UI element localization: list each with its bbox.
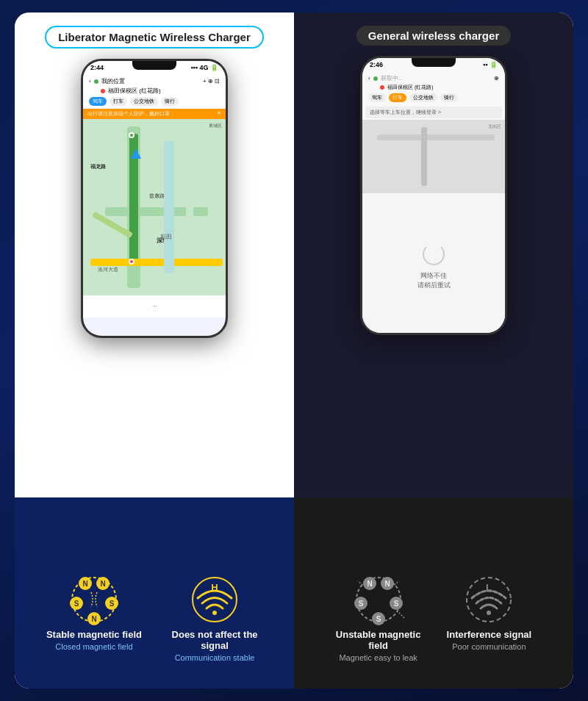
bottom-left: N N S S N <box>15 497 294 689</box>
right-error-screen: 网络不佳 请稍后重试 <box>362 193 505 333</box>
right-search-row1: ‹ 获取中... ⊕ <box>368 74 499 82</box>
right-time: 2:46 <box>370 61 383 68</box>
svg-text:L: L <box>486 582 492 593</box>
right-phone-outer: 2:46 ▪▪ 🔋 ‹ 获取中... ⊕ <box>360 56 507 335</box>
right-tab-transit: 公交地铁 <box>409 93 437 102</box>
bad-wifi-label: Interference signal <box>447 629 532 640</box>
stable-magnet-icon: N N S S N <box>65 570 123 629</box>
svg-text:N: N <box>384 580 390 588</box>
right-search-row2: 福田保税区 (红花路) <box>368 84 499 91</box>
left-loc1: 我的位置 <box>101 77 125 85</box>
left-arrow: ‹ <box>89 78 91 85</box>
right-phone-screen: 2:46 ▪▪ 🔋 ‹ 获取中... ⊕ <box>362 58 505 333</box>
left-alert: 出行请注意加强个人防护，戴好口罩 ✕ <box>83 109 226 119</box>
svg-text:N: N <box>82 580 87 588</box>
right-loading-icon <box>423 243 445 265</box>
left-search-row1: ‹ 我的位置 + ⊕ ⊡ <box>89 77 220 85</box>
left-map-body: 福龙路 普康路 深圳 彩田 洛河大道 <box>83 119 226 295</box>
right-error-line2: 请稍后重试 <box>417 281 451 290</box>
left-loc2: 福田保税区 (红花路) <box>108 87 161 95</box>
stable-magnet-col: N N S S N <box>41 570 147 662</box>
right-phone: 2:46 ▪▪ 🔋 ‹ 获取中... ⊕ <box>360 56 507 335</box>
left-dot-red <box>101 89 105 93</box>
right-dot-red <box>380 85 384 90</box>
left-end-dot <box>129 259 135 265</box>
right-loc1: 获取中... <box>381 74 404 82</box>
left-dot-green <box>94 79 98 84</box>
left-map-header: ‹ 我的位置 + ⊕ ⊡ 福田保税区 (红花路) <box>83 74 226 109</box>
left-search-row2: 福田保税区 (红花路) <box>89 87 220 95</box>
good-wifi-icon: H <box>189 570 240 629</box>
good-wifi-label: Does not affect the signal <box>162 629 268 651</box>
svg-text:S: S <box>376 615 381 623</box>
left-map-label1: 福龙路 <box>90 163 106 170</box>
stable-magnet-label: Stable magnetic field <box>46 629 142 640</box>
left-bottom-text: ⋯ <box>152 303 157 309</box>
svg-point-26 <box>487 611 491 615</box>
unstable-magnet-icon: N N S S S <box>349 570 408 629</box>
svg-text:S: S <box>393 600 398 608</box>
svg-text:S: S <box>358 600 363 608</box>
right-signal: ▪▪ 🔋 <box>483 61 498 68</box>
right-hint: 选择等车上车位置，继续登录 > <box>365 107 502 118</box>
good-wifi-col: H Does not affect the signal Communicati… <box>162 570 268 662</box>
right-map-gray: 龙岗区 <box>362 120 505 193</box>
svg-text:H: H <box>211 582 218 593</box>
svg-text:S: S <box>74 600 79 608</box>
left-tab-drive: 驾车 <box>89 97 107 106</box>
left-alert-text: 出行请注意加强个人防护，戴好口罩 <box>87 110 170 118</box>
right-loc2: 福田保税区 (红花路) <box>387 84 434 91</box>
left-road-v2 <box>164 141 174 273</box>
bottom-right-icons-row: N N S S S Unstable magnetic <box>330 570 537 662</box>
right-map-area: 龙岗区 <box>488 123 501 130</box>
stable-magnet-sub: Closed magnetic field <box>55 642 132 651</box>
right-notch <box>412 58 456 67</box>
right-tab-drive: 驾车 <box>368 93 386 102</box>
svg-text:N: N <box>91 615 96 623</box>
right-tab-taxi: 打车 <box>389 93 406 102</box>
right-icons: ⊕ <box>494 75 499 82</box>
left-map-label2: 普康路 <box>149 193 165 200</box>
left-tab-taxi: 打车 <box>110 97 127 106</box>
left-signal: ▪▪▪ 4G 🔋 <box>190 64 218 71</box>
left-phone: 2:44 ▪▪▪ 4G 🔋 ‹ 我的位置 + ⊕ ⊡ <box>81 59 228 338</box>
right-error-line1: 网络不佳 <box>417 271 451 281</box>
svg-text:S: S <box>110 600 115 608</box>
left-icons: + ⊕ ⊡ <box>203 78 220 85</box>
left-road-h2 <box>90 259 223 266</box>
bottom-section: N N S S N <box>15 497 573 689</box>
left-bottom-bar: ⋯ <box>83 295 226 317</box>
right-tabs: 驾车 打车 公交地铁 骑行 <box>368 93 499 102</box>
right-badge: General wireless charger <box>356 26 511 46</box>
right-arrow: ‹ <box>368 75 370 82</box>
left-notch <box>132 61 176 70</box>
right-tab-bike: 骑行 <box>440 93 458 102</box>
right-dot-green <box>373 76 378 81</box>
unstable-magnet-label: Unstable magnetic field <box>330 629 426 651</box>
right-error-text: 网络不佳 请稍后重试 <box>417 271 451 290</box>
unstable-magnet-col: N N S S S Unstable magnetic <box>330 570 426 662</box>
left-phone-outer: 2:44 ▪▪▪ 4G 🔋 ‹ 我的位置 + ⊕ ⊡ <box>81 59 228 338</box>
svg-text:N: N <box>100 580 105 588</box>
left-road-v3 <box>186 163 193 251</box>
good-wifi-sub: Communication stable <box>175 653 255 662</box>
left-tab-bike: 骑行 <box>161 97 179 106</box>
bad-wifi-sub: Poor communication <box>452 642 526 651</box>
left-tabs: 驾车 打车 公交地铁 骑行 <box>89 97 220 106</box>
svg-point-12 <box>212 611 217 615</box>
left-badge: Liberator Magnetic Wireless Charger <box>45 26 264 48</box>
left-start-dot <box>129 132 135 138</box>
svg-text:N: N <box>367 580 372 588</box>
left-label-shen: 彩田 <box>160 233 172 241</box>
right-map-header: ‹ 获取中... ⊕ 福田保税区 (红花路) 驾车 <box>362 71 505 105</box>
bottom-left-icons-row: N N S S N <box>41 570 268 662</box>
left-tab-transit: 公交地铁 <box>130 97 158 106</box>
right-map-road2 <box>421 127 427 186</box>
right-hint-text: 选择等车上车位置，继续登录 > <box>370 109 441 115</box>
left-alert-close: ✕ <box>217 110 221 118</box>
left-phone-screen: 2:44 ▪▪▪ 4G 🔋 ‹ 我的位置 + ⊕ ⊡ <box>83 61 226 336</box>
left-road-detail: 東城区 <box>209 123 222 129</box>
main-card: Liberator Magnetic Wireless Charger 2:44… <box>15 12 573 689</box>
top-section: Liberator Magnetic Wireless Charger 2:44… <box>15 12 573 497</box>
bottom-right: N N S S S Unstable magnetic <box>294 497 573 689</box>
